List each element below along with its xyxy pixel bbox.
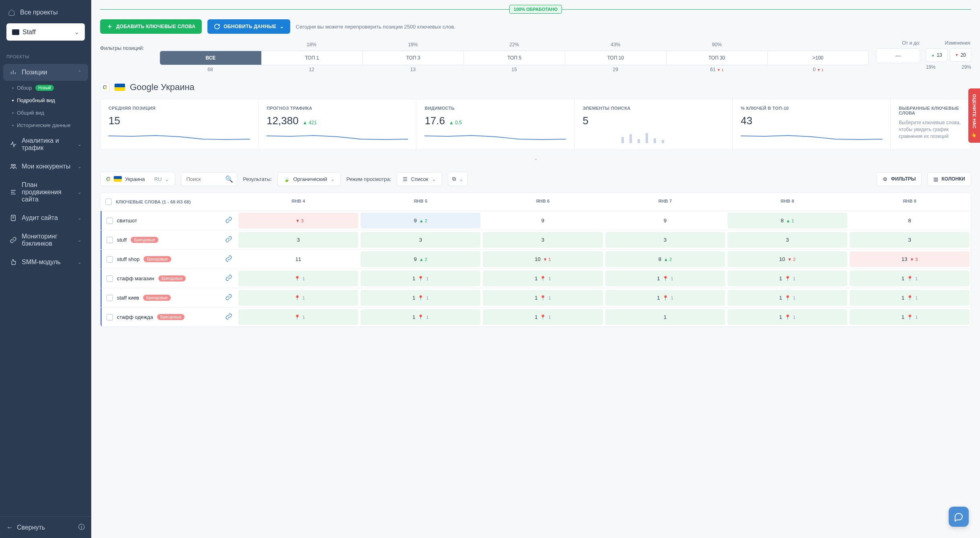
all-projects-link[interactable]: Все проекты [6,6,85,23]
table-cell[interactable]: 1📍1 [728,309,847,325]
link-icon[interactable] [225,216,232,225]
th-date[interactable]: ЯНВ 5 [359,193,482,211]
table-cell[interactable]: 3 [238,232,358,248]
filter-cell-ТОП 1[interactable]: ТОП 1 [261,51,363,65]
subnav-overview[interactable]: Обзор Новый [5,82,91,94]
ukraine-flag-icon [115,84,125,91]
table-cell[interactable]: 9 [483,213,603,228]
row-checkbox[interactable] [107,237,113,243]
filter-cell->100[interactable]: >100 [767,51,869,65]
range-input[interactable]: — [876,48,920,63]
filter-cell-ТОП 5[interactable]: ТОП 5 [463,51,565,65]
table-cell[interactable]: 9 [605,213,725,228]
filter-cell-ВСЕ[interactable]: ВСЕ [160,51,261,65]
table-cell[interactable]: 1📍1 [361,309,480,325]
filter-cell-ТОП 3[interactable]: ТОП 3 [363,51,464,65]
collapse-button[interactable]: ← Свернуть [6,524,45,531]
table-cell[interactable]: 9▲ 2 [361,213,480,228]
table-cell[interactable]: 1📍1 [850,271,970,286]
row-checkbox[interactable] [107,295,113,301]
table-cell[interactable]: 1📍1 [483,271,603,286]
filter-cell-ТОП 30[interactable]: ТОП 30 [666,51,767,65]
nav-competitors[interactable]: Мои конкуренты⌄ [3,158,88,175]
row-checkbox[interactable] [107,256,113,263]
th-date[interactable]: ЯНВ 8 [726,193,849,211]
nav-plan[interactable]: План продвижения сайта⌄ [3,177,88,208]
table-cell[interactable]: 1📍1 [850,290,970,306]
table-cell[interactable]: 1📍1 [850,309,970,325]
table-cell[interactable]: 8 [850,213,970,228]
select-all-checkbox[interactable] [105,199,112,205]
table-cell[interactable]: 13▼ 3 [850,251,970,267]
table-cell[interactable]: 1📍1 [605,290,725,306]
table-cell[interactable]: 📍1 [238,271,358,286]
table-cell[interactable]: 3 [361,232,480,248]
stat-card[interactable]: ПРОГНОЗ ТРАФИКА 12,380▲ 421 [258,99,416,150]
link-icon[interactable] [225,294,232,302]
table-cell[interactable]: 8▲ 2 [605,251,725,267]
changes-up-badge[interactable]: ▲13 [926,48,947,62]
nav-positions[interactable]: Позиции ⌃ [3,64,88,81]
nav-audit[interactable]: Аудит сайта⌄ [3,209,88,226]
th-keywords[interactable]: КЛЮЧЕВЫЕ СЛОВА (1 - 68 ИЗ 68) [100,193,237,211]
copy-button[interactable]: ⧉⌄ [448,172,468,186]
changes-down-badge[interactable]: ▼20 [950,48,971,62]
table-cell[interactable]: 10▼ 2 [728,251,847,267]
subnav-historical[interactable]: Исторические данные [5,119,91,131]
table-cell[interactable]: 1 [605,309,725,325]
row-checkbox[interactable] [107,218,113,224]
link-icon[interactable] [225,313,232,321]
table-cell[interactable]: 1📍1 [361,290,480,306]
table-cell[interactable]: 11 [238,251,358,267]
table-cell[interactable]: 📍1 [238,309,358,325]
row-checkbox[interactable] [107,314,113,320]
table-cell[interactable]: 📍1 [238,290,358,306]
table-cell[interactable]: 1📍1 [728,271,847,286]
table-cell[interactable]: 1📍1 [361,271,480,286]
table-cell[interactable]: 3 [850,232,970,248]
link-icon[interactable] [225,255,232,263]
table-cell[interactable]: 10▼ 1 [483,251,603,267]
nav-backlinks[interactable]: Мониторинг бэклинков⌄ [3,228,88,252]
country-selector[interactable]: G Украина RU ⌄ [100,172,175,186]
table-row: staff киев Брендовые 📍11📍11📍11📍11📍11📍1 [100,288,971,308]
stat-card[interactable]: ВИДИМОСТЬ 17.6▲ 0.5 [416,99,574,150]
table-cell[interactable]: 1📍1 [728,290,847,306]
row-checkbox[interactable] [107,275,113,282]
table-cell[interactable]: 1📍1 [483,290,603,306]
table-cell[interactable]: 1📍1 [483,309,603,325]
th-date[interactable]: ЯНВ 7 [604,193,726,211]
refresh-button[interactable]: ОБНОВИТЬ ДАННЫЕ ⌄ [207,19,290,34]
th-date[interactable]: ЯНВ 6 [482,193,604,211]
table-cell[interactable]: ▼ 3 [238,213,358,228]
subnav-detailed[interactable]: Подробный вид [5,94,91,107]
link-icon[interactable] [225,236,232,244]
help-icon[interactable]: ⓘ [78,523,85,532]
stat-card[interactable]: ЭЛЕМЕНТЫ ПОИСКА 5 [574,99,732,150]
stat-card[interactable]: СРЕДНЯЯ ПОЗИЦИЯ 15 [100,99,258,150]
link-icon[interactable] [225,274,232,283]
subnav-general[interactable]: Общий вид [5,107,91,119]
table-cell[interactable]: 3 [728,232,847,248]
nav-analytics[interactable]: Аналитика и трафик⌄ [3,132,88,156]
stats-expand-button[interactable]: ⌄ [100,153,971,164]
add-keywords-button[interactable]: ДОБАВИТЬ КЛЮЧЕВЫЕ СЛОВА [100,19,202,34]
filters-button[interactable]: ⚙ ФИЛЬТРЫ [877,172,922,186]
brand-tag: Брендовые [143,295,171,301]
th-date[interactable]: ЯНВ 4 [237,193,359,211]
columns-button[interactable]: ▥ КОЛОНКИ [927,172,971,186]
table-cell[interactable]: 9▲ 2 [361,251,480,267]
chat-button[interactable] [949,507,969,527]
stat-card[interactable]: % КЛЮЧЕЙ В ТОП-10 43 [732,99,890,150]
view-mode-selector[interactable]: ☰ Список ⌄ [397,172,442,186]
nav-smm[interactable]: SMM-модуль⌄ [3,254,88,271]
filter-cell-ТОП 10[interactable]: ТОП 10 [565,51,666,65]
table-cell[interactable]: 1📍1 [605,271,725,286]
results-type-selector[interactable]: 🍃 Органический ⌄ [277,172,340,186]
th-date[interactable]: ЯНВ 9 [849,193,971,211]
feedback-tab[interactable]: ОЦЕНИТЕ НАС 👆 [968,88,980,143]
table-cell[interactable]: 3 [483,232,603,248]
project-selector[interactable]: Staff ⌄ [6,23,85,41]
table-cell[interactable]: 8▲ 1 [728,213,847,228]
table-cell[interactable]: 3 [605,232,725,248]
